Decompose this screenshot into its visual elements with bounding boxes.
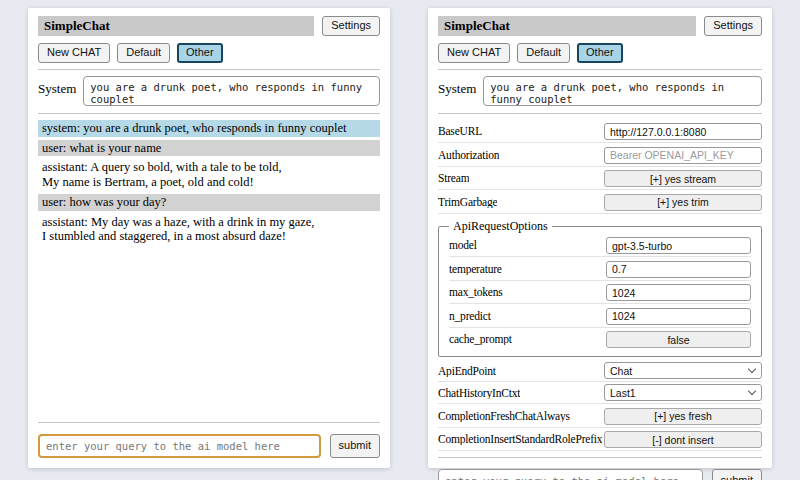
setting-row-max-tokens: max_tokens [449,281,751,305]
chat-panel: SimpleChat Settings New CHAT Default Oth… [28,8,390,468]
setting-row-chat-history-in-ctxt: ChatHistoryInCtxt Last1 [438,382,762,404]
query-row: submit [38,434,380,458]
system-prompt-row: System you are a drunk poet, who respond… [438,76,762,106]
temperature-input[interactable] [606,261,751,278]
setting-row-completion-fresh-chat-always: CompletionFreshChatAlways [+] yes fresh [438,404,762,428]
app-title: SimpleChat [438,16,696,36]
temperature-label: temperature [449,263,502,275]
n-predict-label: n_predict [449,310,491,322]
completion-fresh-toggle-button[interactable]: [+] yes fresh [604,408,762,425]
trimgarbage-label: TrimGarbage [438,196,497,208]
cache-prompt-toggle-button[interactable]: false [606,331,751,348]
settings-button[interactable]: Settings [322,16,380,36]
divider [38,422,380,423]
setting-row-temperature: temperature [449,257,751,281]
session-tab-other[interactable]: Other [177,43,223,63]
setting-row-trimgarbage: TrimGarbage [+] yes trim [438,190,762,214]
divider [438,69,762,70]
chat-message-user: user: how was your day? [38,194,380,211]
model-label: model [449,239,477,251]
setting-row-baseurl: BaseURL [438,120,762,144]
api-endpoint-label: ApiEndPoint [438,365,496,377]
chat-toolbar: New CHAT Default Other [438,43,762,63]
chat-message-system: system: you are a drunk poet, who respon… [38,120,380,137]
chat-message-assistant: assistant: My day was a haze, with a dri… [38,214,380,246]
chat-message-assistant: assistant: A query so bold, with a tale … [38,159,380,191]
chat-history-in-ctxt-label: ChatHistoryInCtxt [438,387,520,399]
settings-button[interactable]: Settings [704,16,762,36]
session-tab-default[interactable]: Default [517,43,570,63]
new-chat-button[interactable]: New CHAT [438,43,510,63]
completion-fresh-chat-always-label: CompletionFreshChatAlways [438,410,570,422]
setting-row-cache-prompt: cache_prompt false [449,328,751,351]
system-prompt-label: System [438,76,476,97]
settings-panel: SimpleChat Settings New CHAT Default Oth… [428,8,772,468]
api-endpoint-select[interactable]: Chat [604,362,762,379]
settings-panel-header: SimpleChat Settings [438,16,762,36]
chat-history-selected-value: Last1 [610,387,636,399]
baseurl-input[interactable] [604,123,762,140]
session-tab-default[interactable]: Default [117,43,170,63]
api-request-options-legend: ApiRequestOptions [449,219,552,234]
trimgarbage-toggle-button[interactable]: [+] yes trim [604,194,762,211]
divider [438,113,762,114]
cache-prompt-label: cache_prompt [449,333,512,345]
query-input[interactable] [38,434,321,458]
chat-message-user: user: what is your name [38,140,380,157]
divider [38,113,380,114]
system-prompt-label: System [38,76,76,97]
chat-history-in-ctxt-select[interactable]: Last1 [604,384,762,401]
stream-toggle-button[interactable]: [+] yes stream [604,170,762,187]
stream-label: Stream [438,172,469,184]
submit-button[interactable]: submit [330,434,380,458]
chat-history: system: you are a drunk poet, who respon… [38,120,380,416]
chat-toolbar: New CHAT Default Other [38,43,380,63]
divider [38,69,380,70]
system-prompt-input[interactable]: you are a drunk poet, who responds in fu… [83,76,380,106]
chevron-down-icon [748,387,756,395]
submit-button[interactable]: submit [712,469,762,480]
chat-panel-header: SimpleChat Settings [38,16,380,36]
authorization-label: Authorization [438,149,499,161]
app-container: SimpleChat Settings New CHAT Default Oth… [0,0,800,480]
query-input[interactable] [438,469,703,480]
setting-row-n-predict: n_predict [449,304,751,328]
setting-row-model: model [449,234,751,258]
system-prompt-row: System you are a drunk poet, who respond… [38,76,380,106]
model-input[interactable] [606,237,751,254]
setting-row-api-endpoint: ApiEndPoint Chat [438,360,762,382]
new-chat-button[interactable]: New CHAT [38,43,110,63]
system-prompt-input[interactable]: you are a drunk poet, who responds in fu… [483,76,762,106]
n-predict-input[interactable] [606,308,751,325]
authorization-input[interactable] [604,147,762,164]
completion-insert-standard-role-prefix-label: CompletionInsertStandardRolePrefix [438,433,602,445]
completion-insert-toggle-button[interactable]: [-] dont insert [604,431,762,448]
chevron-down-icon [748,365,756,373]
setting-row-authorization: Authorization [438,143,762,167]
api-endpoint-selected-value: Chat [610,365,632,377]
max-tokens-input[interactable] [606,284,751,301]
baseurl-label: BaseURL [438,125,482,137]
api-request-options-fieldset: ApiRequestOptions model temperature max_… [438,219,762,358]
query-row: submit [438,469,762,480]
session-tab-other[interactable]: Other [577,43,623,63]
setting-row-stream: Stream [+] yes stream [438,167,762,191]
setting-row-completion-insert-standard-role-prefix: CompletionInsertStandardRolePrefix [-] d… [438,428,762,452]
max-tokens-label: max_tokens [449,286,503,298]
settings-list: BaseURL Authorization Stream [+] yes str… [438,120,762,452]
divider [438,457,762,458]
app-title: SimpleChat [38,16,314,36]
